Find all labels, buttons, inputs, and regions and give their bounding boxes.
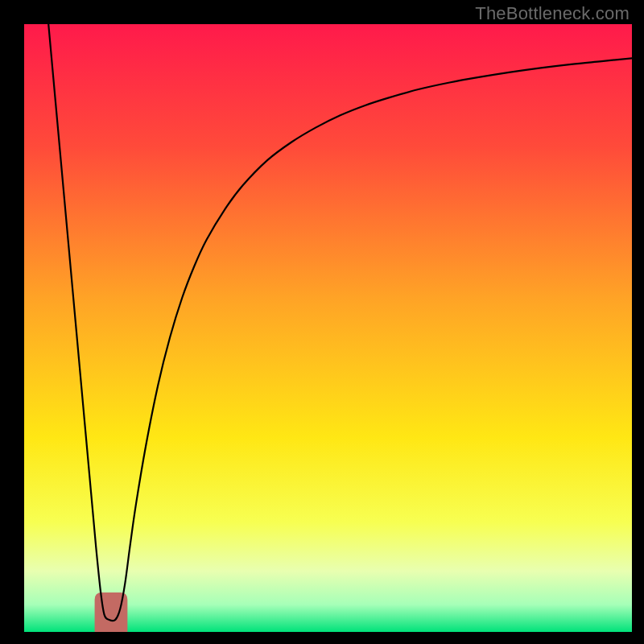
gradient-background	[24, 24, 632, 632]
bottleneck-chart	[24, 24, 632, 632]
chart-frame	[24, 24, 632, 632]
watermark-text: TheBottleneck.com	[475, 3, 630, 24]
